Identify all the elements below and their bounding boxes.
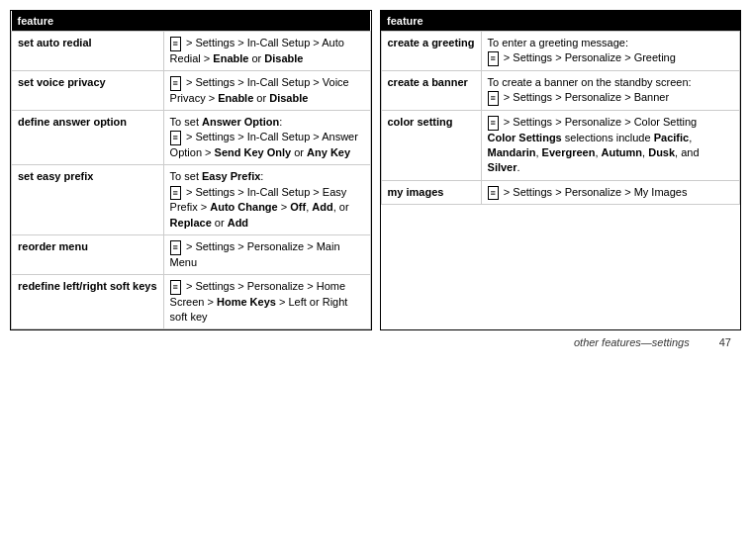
- feature-cell: define answer option: [12, 110, 164, 164]
- description-cell: ≡ > Settings > In-Call Setup > Voice Pri…: [163, 70, 370, 110]
- left-table-header: feature: [12, 11, 371, 32]
- menu-icon: ≡: [170, 186, 181, 201]
- description-cell: To set Easy Prefix: ≡ > Settings > In-Ca…: [163, 165, 370, 235]
- footer-bar: other features—settings 47: [10, 330, 741, 350]
- description-cell: ≡ > Settings > Personalize > Color Setti…: [481, 110, 739, 180]
- feature-cell: redefine left/right soft keys: [12, 275, 164, 329]
- description-cell: To create a banner on the standby screen…: [481, 70, 739, 110]
- table-row: set voice privacy ≡ > Settings > In-Call…: [12, 70, 371, 110]
- table-row: redefine left/right soft keys ≡ > Settin…: [12, 275, 371, 329]
- feature-cell: color setting: [381, 110, 481, 180]
- menu-icon: ≡: [170, 240, 181, 255]
- page-container: feature set auto redial ≡ > Settings > I…: [10, 10, 741, 350]
- table-row: reorder menu ≡ > Settings > Personalize …: [12, 235, 371, 275]
- menu-icon: ≡: [170, 280, 181, 295]
- menu-icon: ≡: [488, 51, 499, 66]
- table-row: create a bannerTo create a banner on the…: [381, 70, 740, 110]
- feature-cell: set auto redial: [12, 32, 164, 71]
- feature-cell: create a greeting: [381, 32, 481, 71]
- feature-cell: set voice privacy: [12, 70, 164, 110]
- menu-icon: ≡: [170, 76, 181, 91]
- table-row: set auto redial ≡ > Settings > In-Call S…: [12, 32, 371, 71]
- right-table-wrap: feature create a greetingTo enter a gree…: [380, 10, 742, 330]
- description-cell: ≡ > Settings > Personalize > Main Menu: [163, 235, 370, 275]
- feature-cell: create a banner: [381, 70, 481, 110]
- right-table-header: feature: [381, 11, 740, 32]
- table-row: set easy prefixTo set Easy Prefix: ≡ > S…: [12, 165, 371, 235]
- left-table-body: set auto redial ≡ > Settings > In-Call S…: [12, 32, 371, 329]
- menu-icon: ≡: [488, 186, 499, 201]
- description-cell: To set Answer Option: ≡ > Settings > In-…: [163, 110, 370, 164]
- right-table: feature create a greetingTo enter a gree…: [381, 11, 741, 205]
- description-cell: To enter a greeting message: ≡ > Setting…: [481, 32, 739, 71]
- footer-page: 47: [719, 336, 731, 348]
- feature-cell: my images: [381, 180, 481, 205]
- left-table-wrap: feature set auto redial ≡ > Settings > I…: [10, 10, 372, 330]
- description-cell: ≡ > Settings > In-Call Setup > Auto Redi…: [163, 32, 370, 71]
- feature-cell: set easy prefix: [12, 165, 164, 235]
- table-row: my images ≡ > Settings > Personalize > M…: [381, 180, 740, 205]
- right-table-body: create a greetingTo enter a greeting mes…: [381, 32, 740, 205]
- menu-icon: ≡: [488, 91, 499, 106]
- footer-text: other features—settings: [574, 336, 690, 348]
- menu-icon: ≡: [170, 37, 181, 51]
- description-cell: ≡ > Settings > Personalize > Home Screen…: [163, 275, 370, 329]
- description-cell: ≡ > Settings > Personalize > My Images: [481, 180, 739, 205]
- menu-icon: ≡: [488, 116, 499, 131]
- feature-cell: reorder menu: [12, 235, 164, 275]
- menu-icon: ≡: [170, 131, 181, 145]
- left-table: feature set auto redial ≡ > Settings > I…: [11, 11, 371, 329]
- table-row: color setting ≡ > Settings > Personalize…: [381, 110, 740, 180]
- table-row: define answer optionTo set Answer Option…: [12, 110, 371, 164]
- tables-row: feature set auto redial ≡ > Settings > I…: [10, 10, 741, 330]
- table-row: create a greetingTo enter a greeting mes…: [381, 32, 740, 71]
